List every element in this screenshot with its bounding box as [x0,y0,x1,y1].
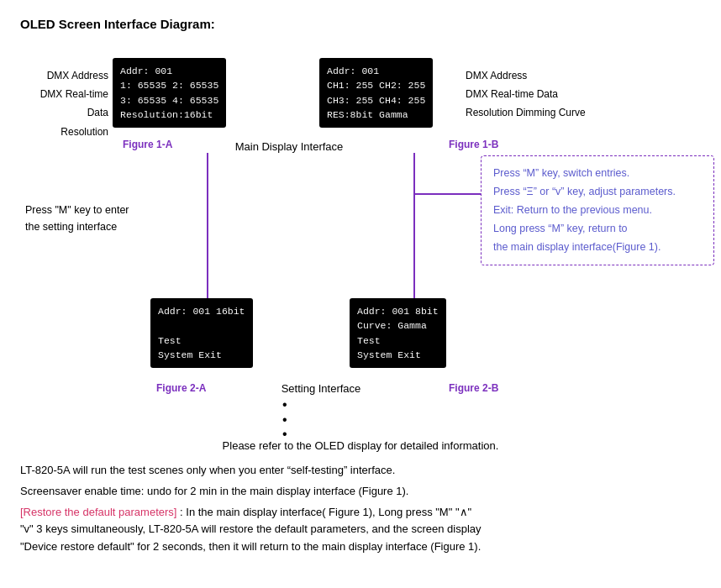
fig1a-screen: Addr: 001 1: 65535 2: 65535 3: 65535 4: … [113,58,226,128]
restore-highlight: [Restore the default parameters] [20,506,176,518]
fig2b-screen: Addr: 001 8bit Curve: Gamma Test System … [350,298,446,368]
setting-interface-label: Setting Interface [237,382,405,395]
fig2a-label: Figure 2-A [156,382,206,394]
bottom-section: Please refer to the OLED display for det… [20,439,701,556]
fig1b-right-labels: DMX Address DMX Real-time Data Resolutio… [466,66,625,123]
restore-line: [Restore the default parameters] : In th… [20,504,701,556]
fig1a-label: Figure 1-A [123,139,172,150]
fig2a-screen: Addr: 001 16bit Test System Exit [150,298,253,368]
vline-right [413,153,415,298]
please-refer-text: Please refer to the OLED display for det… [20,439,701,452]
fig1b-label: Figure 1-B [449,139,498,150]
diagram-area: DMX Address DMX Real-time Data Resolutio… [20,46,701,433]
fig2b-label: Figure 2-B [449,382,498,394]
main-display-label: Main Display Interface [205,140,373,153]
info-text-1: LT-820-5A will run the test scenes only … [20,462,701,480]
info-text-2: Screensaver enable time: undo for 2 min … [20,483,701,501]
dots: • • • [282,397,287,442]
dashed-info-box: Press “M” key, switch entries. Press “Ξ”… [481,155,714,265]
vline-left [207,153,208,298]
page-title: OLED Screen Interface Diagram: [20,17,701,31]
hline-to-box [413,193,481,195]
fig1b-screen: Addr: 001 CH1: 255 CH2: 255 CH3: 255 CH4… [319,58,433,128]
fig1a-left-labels: DMX Address DMX Real-time Data Resolutio… [20,66,108,141]
press-m-text: Press "M" key to enter the setting inter… [25,202,143,235]
